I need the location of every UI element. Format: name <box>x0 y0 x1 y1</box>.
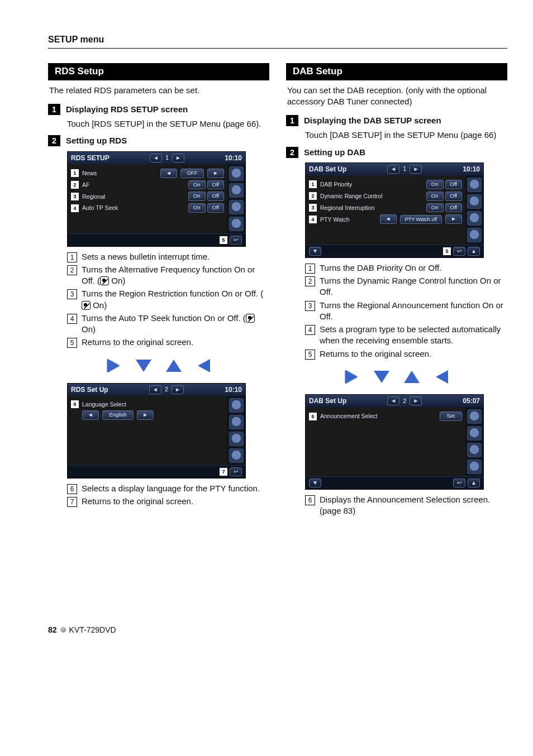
on-button[interactable]: On <box>188 180 206 190</box>
num-box-4: 4 <box>67 314 77 324</box>
callout-2: 2 <box>309 192 317 200</box>
row-label: Announcement Select <box>320 412 436 420</box>
return-button[interactable]: ↩ <box>230 236 242 245</box>
rds-setup-screenshot-1: RDS SETUP ◄ 1 ► 10:10 1 News OFF <box>67 151 246 247</box>
row-label: Language Select <box>82 400 224 408</box>
item-text: Turns the DAB Priority On or Off. <box>320 262 507 274</box>
prev-button[interactable] <box>160 169 177 178</box>
num-box-3: 3 <box>305 301 315 311</box>
set-button[interactable]: Set <box>440 412 462 421</box>
page-indicator: 2 <box>165 385 168 394</box>
off-button[interactable]: Off <box>207 192 225 201</box>
side-icon[interactable] <box>229 448 244 463</box>
up-button[interactable]: ▲ <box>468 247 480 256</box>
num-box-6: 6 <box>67 484 77 494</box>
side-icon[interactable] <box>467 194 482 209</box>
step-body: Touch [DAB SETUP] in the SETUP Menu (pag… <box>305 130 507 141</box>
dab-setup-screenshot-1: DAB Set Up ◄ 1 ► 10:10 1 DAB Priority On… <box>305 162 484 258</box>
callout-6: 6 <box>309 413 317 420</box>
page-prev-icon[interactable]: ◄ <box>387 396 399 405</box>
step-body: Touch [RDS SETUP] in the SETUP Menu (pag… <box>67 118 269 130</box>
side-icon[interactable] <box>467 460 482 474</box>
step-badge-2: 2 <box>286 147 298 158</box>
on-button[interactable]: On <box>188 192 206 201</box>
page-prev-icon[interactable]: ◄ <box>387 165 399 174</box>
next-button[interactable] <box>207 169 224 178</box>
on-button[interactable]: On <box>426 180 444 189</box>
off-button[interactable]: Off <box>207 203 225 213</box>
side-icon[interactable] <box>467 211 482 226</box>
side-icon[interactable] <box>229 398 244 413</box>
page-next-icon[interactable]: ► <box>172 154 184 162</box>
callout-3: 3 <box>71 193 79 200</box>
off-button[interactable]: Off <box>445 192 463 201</box>
side-icon[interactable] <box>229 183 244 198</box>
on-button[interactable]: On <box>426 203 444 213</box>
page-next-icon[interactable]: ► <box>410 165 422 174</box>
rds-intro: The related RDS parameters can be set. <box>49 85 268 96</box>
play-right-icon <box>339 367 364 386</box>
side-icon[interactable] <box>229 432 244 446</box>
right-column: DAB Setup You can set the DAB reception.… <box>286 63 507 519</box>
off-button[interactable]: Off <box>445 203 463 213</box>
item-text: Displays the Announcement Selection scre… <box>320 494 507 517</box>
return-button[interactable]: ↩ <box>453 479 465 487</box>
prev-button[interactable] <box>82 410 99 420</box>
item-text: Returns to the original screen. <box>320 348 507 360</box>
bullet-icon <box>60 627 66 633</box>
dab-setup-screenshot-2: DAB Set Up ◄ 2 ► 05:07 6 Announcement Se… <box>305 394 484 490</box>
side-icon[interactable] <box>467 228 482 242</box>
step-badge-2: 2 <box>48 135 60 146</box>
value: PTY Watch off <box>400 215 442 224</box>
left-column: RDS Setup The related RDS parameters can… <box>48 63 269 519</box>
dab-setup-heading: DAB Setup <box>286 63 507 80</box>
callout-2: 2 <box>71 181 79 189</box>
row-label: Regional Interruption <box>320 204 423 212</box>
down-button[interactable]: ▼ <box>309 479 321 487</box>
callout-1: 1 <box>71 169 79 177</box>
clock: 10:10 <box>225 385 242 394</box>
on-button[interactable]: On <box>188 203 206 213</box>
step-label: Setting up DAB <box>304 147 365 158</box>
step-label: Displaying RDS SETUP screen <box>66 104 188 115</box>
side-icon[interactable] <box>229 166 244 181</box>
page-prev-icon[interactable]: ◄ <box>149 385 161 394</box>
prev-button[interactable] <box>380 214 397 224</box>
num-box-3: 3 <box>67 289 77 299</box>
return-button[interactable]: ↩ <box>453 247 465 256</box>
nav-arrows-group <box>97 356 220 375</box>
num-box-2: 2 <box>305 276 315 286</box>
row-label: Regional <box>82 193 185 200</box>
callout-5: 5 <box>443 247 451 255</box>
off-button[interactable]: Off <box>445 180 463 189</box>
row-label: PTY Watch <box>320 216 377 223</box>
side-icon[interactable] <box>229 415 244 429</box>
dab-intro: You can set the DAB reception. (only wit… <box>287 85 506 108</box>
off-button[interactable]: Off <box>207 180 225 190</box>
side-icon[interactable] <box>467 426 482 441</box>
next-button[interactable] <box>137 410 154 420</box>
page-next-icon[interactable]: ► <box>172 385 184 394</box>
num-box-5: 5 <box>305 350 315 360</box>
callout-7: 7 <box>220 468 227 476</box>
down-button[interactable]: ▼ <box>309 247 321 256</box>
item-text: Returns to the original screen. <box>82 496 269 507</box>
side-icon[interactable] <box>229 217 244 231</box>
side-icon[interactable] <box>229 200 244 214</box>
side-icon[interactable] <box>467 443 482 457</box>
page-prev-icon[interactable]: ◄ <box>150 154 162 162</box>
up-button[interactable]: ▲ <box>468 479 480 487</box>
num-box-6: 6 <box>305 495 315 505</box>
clock: 10:10 <box>463 165 480 174</box>
side-icon[interactable] <box>467 178 482 192</box>
row-label: Dynamic Range Control <box>320 192 423 200</box>
screen-title: RDS Set Up <box>71 385 108 394</box>
page-next-icon[interactable]: ► <box>410 396 422 405</box>
return-button[interactable]: ↩ <box>230 467 242 476</box>
clock: 05:07 <box>463 396 480 405</box>
side-icon[interactable] <box>467 409 482 424</box>
next-button[interactable] <box>445 214 462 224</box>
play-right-icon <box>101 356 126 375</box>
value: English <box>102 410 134 420</box>
on-button[interactable]: On <box>426 192 444 201</box>
